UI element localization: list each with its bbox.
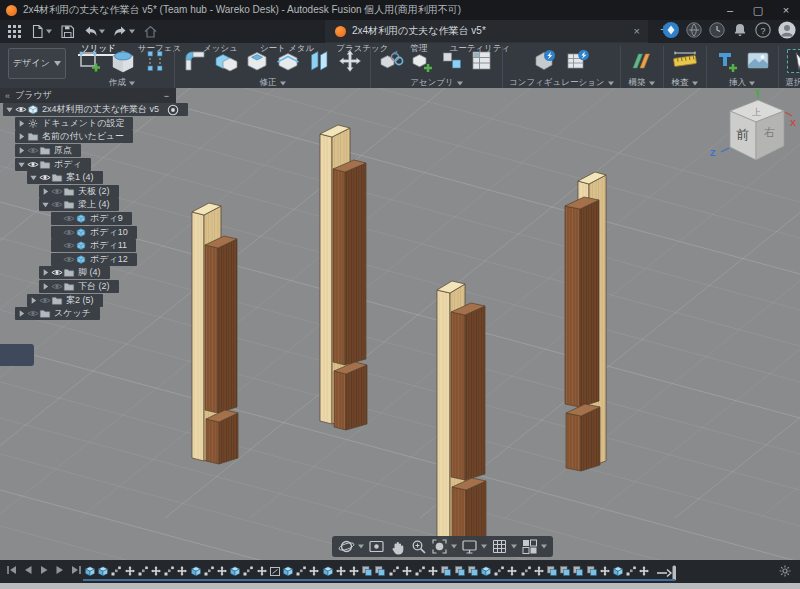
timeline-feature-extrude[interactable] <box>84 565 96 577</box>
eye-hidden-icon[interactable] <box>63 213 75 224</box>
activate-component-radio[interactable] <box>167 104 179 116</box>
nav-grid-settings-icon[interactable] <box>491 538 517 555</box>
tool-move-copy[interactable] <box>336 47 364 75</box>
browser-row-8[interactable]: 梁上 (4) <box>0 198 176 212</box>
tool-configure[interactable] <box>530 46 560 76</box>
save-icon[interactable] <box>57 22 78 41</box>
nav-orbit-icon[interactable] <box>338 538 364 555</box>
timeline-step-back-button[interactable] <box>22 564 34 576</box>
timeline-feature-component[interactable] <box>388 565 400 577</box>
view-cube[interactable]: 前 右 上 Y X Z <box>700 86 800 178</box>
timeline-feature-component[interactable] <box>137 565 149 577</box>
timeline-feature-move[interactable] <box>124 565 136 577</box>
timeline-feature-combine[interactable] <box>374 565 386 577</box>
maximize-button[interactable]: ▢ <box>744 0 772 20</box>
timeline-feature-component[interactable] <box>163 565 175 577</box>
tool-measure[interactable] <box>670 46 700 76</box>
viewcube-right-label[interactable]: 右 <box>764 126 775 138</box>
chevron-closed-icon[interactable] <box>15 119 27 128</box>
notifications-icon[interactable] <box>732 22 748 38</box>
tool-shell[interactable] <box>243 47 271 75</box>
timeline-feature-move[interactable] <box>335 565 347 577</box>
timeline-feature-component[interactable] <box>414 565 426 577</box>
timeline-play-button[interactable] <box>38 564 50 576</box>
tool-offset-face[interactable] <box>305 47 333 75</box>
browser-row-3[interactable]: 名前の付いたビュー <box>0 130 176 144</box>
tool-create-sketch[interactable] <box>76 47 104 75</box>
help-icon[interactable]: ? <box>755 22 771 38</box>
eye-hidden-icon[interactable] <box>27 145 39 156</box>
document-tab[interactable]: 2x4材利用の丈夫な作業台 v5* × <box>325 20 648 43</box>
timeline-scrollbar[interactable] <box>0 583 800 589</box>
timeline-feature-component[interactable] <box>110 565 122 577</box>
eye-hidden-icon[interactable] <box>27 308 39 319</box>
tool-configuration-table[interactable] <box>563 46 593 76</box>
timeline-feature-sketch[interactable] <box>269 565 281 577</box>
chevron-open-icon[interactable] <box>27 173 39 182</box>
browser-row-5[interactable]: ボディ <box>0 157 176 171</box>
close-button[interactable]: × <box>772 0 800 20</box>
eye-hidden-icon[interactable] <box>63 227 75 238</box>
timeline-feature-extrude[interactable] <box>97 565 109 577</box>
eye-hidden-icon[interactable] <box>51 186 63 197</box>
timeline-feature-move[interactable] <box>533 565 545 577</box>
browser-row-label[interactable]: ボディ <box>54 158 82 171</box>
browser-row-1[interactable]: 2x4材利用の丈夫な作業台 v5 <box>0 103 176 117</box>
tool-insert-canvas[interactable] <box>744 47 772 75</box>
tool-fillet[interactable] <box>181 47 209 75</box>
chevron-closed-icon[interactable] <box>15 132 27 141</box>
chevron-closed-icon[interactable] <box>39 282 51 291</box>
chevron-closed-icon[interactable] <box>39 268 51 277</box>
timeline-feature-component[interactable] <box>295 565 307 577</box>
timeline-feature-extrude[interactable] <box>480 565 492 577</box>
chevron-closed-icon[interactable] <box>27 296 39 305</box>
timeline-feature-combine[interactable] <box>440 565 452 577</box>
close-tab-icon[interactable]: × <box>626 25 648 37</box>
chevron-closed-icon[interactable] <box>15 146 27 155</box>
eye-visible-icon[interactable] <box>51 267 63 278</box>
tool-new-component[interactable] <box>408 47 436 75</box>
home-icon[interactable] <box>140 22 161 41</box>
nav-look-at-icon[interactable] <box>368 538 385 555</box>
timeline-feature-move[interactable] <box>599 565 611 577</box>
timeline-feature-combine[interactable] <box>546 565 558 577</box>
timeline-feature-combine[interactable] <box>454 565 466 577</box>
timeline-feature-component[interactable] <box>493 565 505 577</box>
timeline-feature-combine[interactable] <box>572 565 584 577</box>
chevron-open-icon[interactable] <box>39 200 51 209</box>
browser-row-10[interactable]: ボディ10 <box>0 225 176 239</box>
browser-row-label[interactable]: スケッチ <box>54 307 91 320</box>
eye-hidden-icon[interactable] <box>51 199 63 210</box>
extensions-icon[interactable] <box>663 22 679 38</box>
timeline-skip-end-button[interactable] <box>70 564 82 576</box>
chevron-open-icon[interactable] <box>3 105 15 114</box>
timeline-feature-move[interactable] <box>427 565 439 577</box>
eye-hidden-icon[interactable] <box>39 295 51 306</box>
chevron-closed-icon[interactable] <box>15 309 27 318</box>
browser-row-11[interactable]: ボディ11 <box>0 239 176 253</box>
timeline-feature-extrude[interactable] <box>190 565 202 577</box>
chevron-closed-icon[interactable] <box>39 187 51 196</box>
eye-hidden-icon[interactable] <box>51 281 63 292</box>
tool-joint[interactable] <box>377 47 405 75</box>
design-mode-button[interactable]: デザイン <box>8 48 66 79</box>
browser-row-label[interactable]: ボディ12 <box>90 253 128 266</box>
tool-derive[interactable] <box>142 47 168 75</box>
app-grid-icon[interactable] <box>4 22 25 41</box>
eye-visible-icon[interactable] <box>39 172 51 183</box>
timeline-feature-move[interactable] <box>638 565 650 577</box>
timeline-feature-combine[interactable] <box>361 565 373 577</box>
tool-bom-table[interactable] <box>468 47 496 75</box>
browser-row-label[interactable]: ボディ11 <box>90 239 127 252</box>
chevron-open-icon[interactable] <box>15 160 27 169</box>
timeline-feature-component[interactable] <box>242 565 254 577</box>
browser-row-label[interactable]: 天板 (2) <box>78 185 110 198</box>
viewcube-front-label[interactable]: 前 <box>736 127 749 142</box>
timeline-feature-extrude[interactable] <box>612 565 624 577</box>
timeline-feature-extrude[interactable] <box>282 565 294 577</box>
timeline-feature-move[interactable] <box>216 565 228 577</box>
browser-row-label[interactable]: ドキュメントの設定 <box>42 117 124 130</box>
online-status-icon[interactable] <box>686 22 702 38</box>
tool-split-body[interactable] <box>274 47 302 75</box>
collapse-panel-icon[interactable]: « <box>5 91 10 101</box>
